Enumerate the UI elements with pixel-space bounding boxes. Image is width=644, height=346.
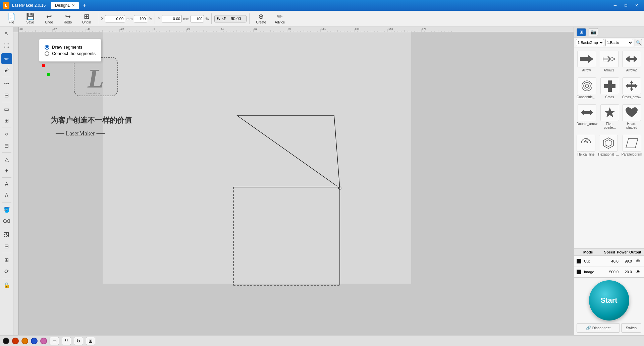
save-button[interactable]: 💾 Save: [21, 12, 39, 25]
origin-button[interactable]: ⊞ Origin: [78, 12, 95, 25]
shape-item-helical[interactable]: Helical_line: [577, 135, 595, 156]
undo-button[interactable]: ↩ Undo: [40, 12, 58, 25]
save-icon: 💾: [26, 13, 35, 20]
toolbar-separator-2: [155, 13, 155, 24]
shape-icon-concentric: [578, 77, 596, 94]
rect-tool[interactable]: ▭: [1, 104, 12, 114]
start-button[interactable]: Start: [589, 280, 629, 321]
shape-item-arrow2[interactable]: Arrow2: [622, 51, 641, 72]
text2-tool[interactable]: Ā: [1, 190, 12, 201]
shape-search-button[interactable]: 🔍: [635, 39, 642, 46]
draw-segments-option[interactable]: Draw segments: [45, 45, 96, 50]
refresh-button[interactable]: ↻: [74, 337, 83, 345]
design-tab[interactable]: Design1 ✕: [51, 2, 79, 9]
shape-category2-select[interactable]: 1.Basic: [605, 39, 634, 46]
layer-tool[interactable]: ⊞: [1, 254, 12, 265]
node-tool[interactable]: ⬚: [1, 40, 12, 50]
shape-item-arrow[interactable]: Arrow: [577, 51, 596, 72]
polygon-tool[interactable]: △: [1, 154, 12, 165]
redo-button[interactable]: ↪ Redo: [59, 12, 76, 25]
shape-item-heart[interactable]: Heart-shaped: [622, 104, 641, 129]
shape-camera-button[interactable]: 📷: [589, 28, 598, 36]
y-input[interactable]: [162, 15, 182, 22]
color-pink[interactable]: [40, 338, 47, 344]
align-tool[interactable]: ⊟: [1, 90, 12, 101]
rotate-ccw-icon[interactable]: ↺: [222, 16, 226, 21]
advice-button[interactable]: ✏ Advice: [271, 12, 288, 25]
drawing-canvas[interactable]: L LaserMaker 为客户创造不一样的价值 ── LaserMaker ─…: [19, 32, 574, 335]
image2-tool[interactable]: ⊟: [1, 241, 12, 251]
layer-power-cut: 99.0: [621, 259, 632, 263]
tool-separator-1: [2, 52, 11, 52]
tab-close-button[interactable]: ✕: [72, 3, 75, 8]
x-label: X: [101, 16, 104, 21]
draw-segments-radio[interactable]: [45, 45, 49, 50]
ellipse-tool[interactable]: ○: [1, 129, 12, 139]
color-black[interactable]: [3, 338, 9, 344]
create-button[interactable]: ⊕ Create: [252, 12, 270, 25]
grid-button[interactable]: ⊞: [86, 337, 95, 345]
array-tool[interactable]: ⟳: [1, 266, 12, 277]
layer-eye-cut[interactable]: 👁: [635, 258, 641, 264]
select-tool[interactable]: ↖: [1, 28, 12, 39]
shape-grid-view-button[interactable]: ⊞: [577, 28, 586, 36]
shape-icon-cross-arrow: [622, 77, 641, 94]
redo-icon: ↪: [65, 13, 71, 20]
rect-select-button[interactable]: ▭: [50, 337, 59, 345]
layer-name-image: Image: [584, 270, 604, 274]
canvas-content[interactable]: L LaserMaker 为客户创造不一样的价值 ── LaserMaker ─…: [19, 32, 574, 335]
svg-marker-162: [580, 55, 593, 63]
minimize-button[interactable]: ─: [610, 2, 620, 9]
y-pct-label: %: [205, 17, 209, 21]
shape-label-arrow2: Arrow2: [626, 68, 637, 72]
y-pct-input[interactable]: [191, 15, 204, 22]
paint-tool[interactable]: 🪣: [1, 204, 12, 215]
layer-eye-image[interactable]: 👁: [635, 269, 641, 275]
shape-row-2: Concentric_... Cross: [577, 77, 641, 99]
disconnect-button[interactable]: 🔗 Disconnect: [577, 323, 620, 333]
shape-item-cross[interactable]: Cross: [600, 77, 620, 99]
close-button[interactable]: ✕: [632, 2, 641, 9]
shape-category1-select[interactable]: 1.BasicGrap: [576, 39, 604, 46]
text-tool[interactable]: A: [1, 179, 12, 190]
color-red[interactable]: [12, 338, 19, 344]
shape-item-hexagon[interactable]: Hexagonal_...: [598, 135, 619, 156]
shape-item-concentric[interactable]: Concentric_...: [577, 77, 597, 99]
angle-input[interactable]: [227, 16, 244, 21]
shape-item-cross-arrow[interactable]: Cross_arrow: [622, 77, 641, 99]
canvas-area[interactable]: -89-67-44-22022446789111133156178 L Lase…: [13, 27, 574, 335]
pen-tool[interactable]: ✏: [1, 53, 12, 64]
rotate-cw-icon[interactable]: ↻: [217, 16, 221, 21]
shape-item-double-arrow[interactable]: Double_arrow: [577, 104, 597, 129]
svg-rect-0: [19, 27, 574, 32]
x-pct-input[interactable]: [134, 15, 147, 22]
svg-text:178: 178: [422, 27, 427, 31]
erase-tool[interactable]: ⌫: [1, 216, 12, 226]
brush-tool[interactable]: 🖌: [1, 65, 12, 75]
file-button[interactable]: 📄 File: [3, 12, 20, 25]
scatter-button[interactable]: ⠿: [62, 337, 71, 345]
layers-header: Mode Speed Power Output: [574, 249, 644, 256]
shape-item-five-star[interactable]: Five-pointe...: [600, 104, 619, 129]
star-tool[interactable]: ✦: [1, 165, 12, 176]
svg-text:111: 111: [321, 27, 326, 31]
switch-button[interactable]: Switch: [621, 323, 641, 333]
maximize-button[interactable]: □: [621, 2, 631, 9]
shape-item-parallelogram[interactable]: Parallelogram: [622, 135, 642, 156]
x-input[interactable]: [105, 15, 125, 22]
color-orange[interactable]: [21, 338, 28, 344]
svg-marker-171: [605, 140, 612, 147]
lock-tool[interactable]: 🔒: [1, 280, 12, 290]
tab-add-button[interactable]: +: [80, 2, 89, 8]
connect-segments-option[interactable]: Connect the segments: [45, 51, 96, 56]
image-tool[interactable]: 🖼: [1, 229, 12, 240]
connect-segments-radio[interactable]: [45, 51, 49, 56]
shape-item-arrow1[interactable]: Arrow1: [599, 51, 619, 72]
ellipse2-tool[interactable]: ⊟: [1, 140, 12, 151]
y-label: Y: [158, 16, 160, 21]
app-name: LaserMaker 2.0.16: [12, 3, 46, 8]
curve-tool[interactable]: 〜: [1, 78, 12, 89]
rect2-tool[interactable]: ⊞: [1, 115, 12, 126]
svg-text:-22: -22: [120, 27, 124, 31]
color-blue[interactable]: [31, 338, 38, 344]
